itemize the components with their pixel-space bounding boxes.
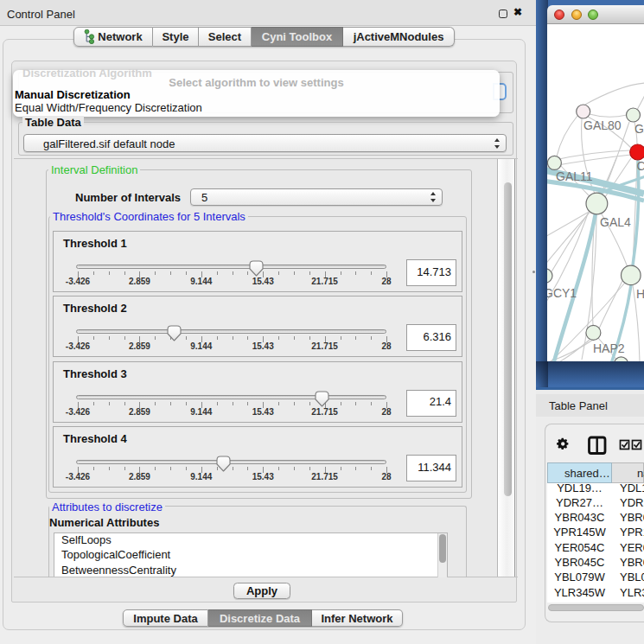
svg-text:C: C — [637, 159, 644, 173]
svg-text:GCY1: GCY1 — [547, 286, 577, 300]
svg-text:HAP2: HAP2 — [593, 341, 625, 355]
svg-text:GAL80: GAL80 — [583, 118, 622, 132]
svg-text:GA: GA — [634, 122, 644, 136]
svg-text:GAL11: GAL11 — [556, 169, 593, 183]
svg-text:HA: HA — [636, 287, 644, 301]
svg-text:GAL4: GAL4 — [600, 215, 631, 229]
